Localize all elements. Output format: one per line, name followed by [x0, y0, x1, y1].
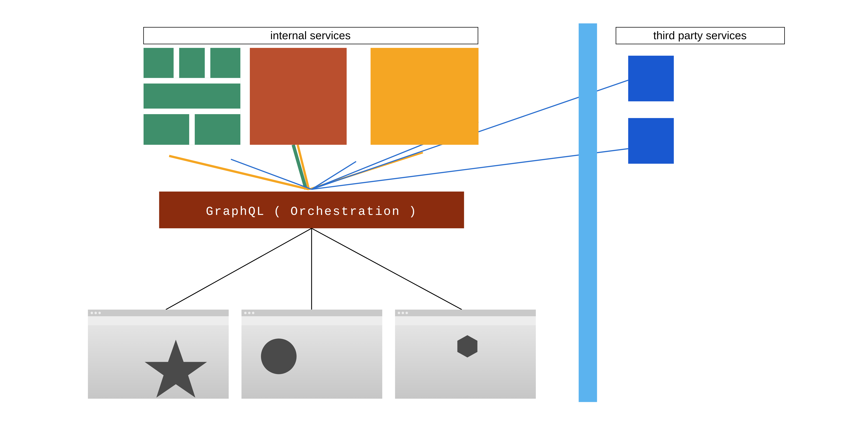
svg-rect-5 [174, 48, 179, 78]
svg-rect-15 [242, 310, 382, 316]
hexagon-client [395, 310, 536, 399]
svg-rect-6 [205, 48, 210, 78]
third-party-group: third party services [616, 27, 784, 44]
barrier-divider [579, 23, 597, 402]
svg-point-23 [402, 312, 404, 314]
internal-services-label: internal services [270, 29, 351, 41]
svg-point-18 [252, 312, 254, 314]
svg-rect-4 [144, 109, 240, 114]
svg-rect-13 [88, 316, 228, 325]
star-client [88, 310, 228, 399]
green-brick-service [144, 48, 240, 145]
orange-service [370, 48, 478, 145]
third-party-label: third party services [653, 29, 747, 41]
circle-client [242, 310, 382, 399]
client-connector-1 [166, 228, 312, 310]
svg-point-12 [98, 312, 101, 314]
svg-rect-3 [144, 78, 240, 84]
blue-service-2 [628, 118, 674, 164]
svg-rect-19 [242, 316, 382, 325]
svg-point-10 [91, 312, 93, 314]
svg-rect-7 [189, 114, 195, 145]
rust-service [250, 48, 346, 145]
svg-point-22 [398, 312, 400, 314]
architecture-diagram: internal services third party services G… [0, 0, 868, 424]
graphql-label: GraphQL ( Orchestration ) [206, 205, 417, 219]
connector-orange-left [169, 156, 309, 189]
svg-rect-26 [395, 325, 536, 399]
svg-rect-21 [395, 310, 536, 316]
graphql-orchestration: GraphQL ( Orchestration ) [159, 192, 464, 228]
svg-rect-25 [395, 316, 536, 325]
circle-icon [261, 339, 297, 374]
svg-point-24 [406, 312, 408, 314]
svg-rect-9 [88, 310, 228, 316]
blue-service-1 [628, 56, 674, 101]
client-connector-3 [312, 228, 462, 310]
svg-point-16 [244, 312, 247, 314]
svg-point-11 [94, 312, 97, 314]
svg-point-17 [248, 312, 251, 314]
internal-services-group: internal services [144, 27, 478, 44]
